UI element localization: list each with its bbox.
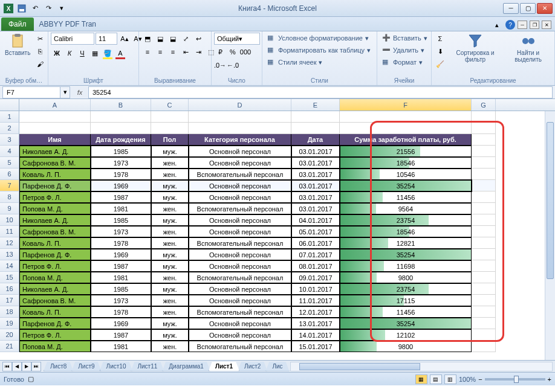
font-name-combo[interactable] [51, 33, 94, 45]
name-box-dropdown-icon[interactable]: ▾ [60, 86, 70, 98]
sort-filter-button[interactable]: Сортировка и фильтр [447, 33, 503, 64]
qat-more-icon[interactable]: ▾ [56, 2, 68, 14]
name-box[interactable]: F7 [2, 86, 60, 98]
mdi-minimize-icon[interactable]: ─ [518, 21, 527, 29]
name-cell[interactable]: Попова М. Д. [19, 272, 91, 283]
cell[interactable] [472, 214, 496, 226]
data-cell[interactable]: Основной персонал [189, 226, 291, 237]
mdi-close-icon[interactable]: ✕ [542, 21, 551, 29]
data-cell[interactable]: Вспомогательный персонал [189, 272, 291, 283]
find-select-button[interactable]: Найти и выделить [504, 33, 552, 64]
align-center-icon[interactable]: ≡ [154, 46, 166, 58]
data-cell[interactable]: 1969 [91, 180, 151, 191]
sheet-nav-next-icon[interactable]: ▶ [22, 362, 31, 371]
row-header-3[interactable]: 3 [0, 134, 19, 146]
row-header-18[interactable]: 18 [0, 306, 19, 318]
data-cell[interactable]: 1978 [91, 306, 151, 318]
row-header-11[interactable]: 11 [0, 226, 19, 237]
data-cell[interactable]: муж. [151, 146, 189, 157]
data-cell[interactable]: Вспомогательный персонал [189, 341, 291, 352]
name-cell[interactable]: Попова М. Д. [19, 203, 91, 214]
salary-cell[interactable]: 18546 [340, 226, 472, 237]
bold-icon[interactable]: Ж [51, 47, 63, 59]
horizontal-scroll-thumb[interactable] [299, 363, 420, 370]
row-header-4[interactable]: 4 [0, 146, 19, 157]
cell-styles-button[interactable]: ▦Стили ячеек ▾ [265, 57, 325, 68]
row-header-10[interactable]: 10 [0, 214, 19, 226]
data-cell[interactable]: 1985 [91, 283, 151, 295]
cell[interactable] [151, 111, 189, 123]
salary-cell[interactable]: 9800 [340, 272, 472, 283]
name-cell[interactable]: Попова М. Д. [19, 341, 91, 352]
data-cell[interactable]: жен. [151, 157, 189, 169]
ribbon-minimize-icon[interactable]: ▴ [491, 19, 503, 31]
row-header-17[interactable]: 17 [0, 295, 19, 306]
data-cell[interactable]: Основной персонал [189, 214, 291, 226]
cell[interactable] [472, 306, 496, 318]
format-as-table-button[interactable]: ▦Форматировать как таблицу ▾ [265, 45, 373, 56]
row-header-8[interactable]: 8 [0, 191, 19, 203]
data-cell[interactable]: 11.01.2017 [291, 295, 340, 306]
cell[interactable] [472, 237, 496, 249]
cell[interactable] [291, 111, 340, 123]
data-cell[interactable]: 1985 [91, 214, 151, 226]
data-cell[interactable]: 1981 [91, 341, 151, 352]
cell[interactable] [91, 111, 151, 123]
salary-cell[interactable]: 9800 [340, 341, 472, 352]
data-cell[interactable]: 1978 [91, 237, 151, 249]
data-cell[interactable]: 14.01.2017 [291, 329, 340, 341]
sheet-nav-first-icon[interactable]: ⏮ [2, 362, 12, 371]
salary-cell[interactable]: 18546 [340, 157, 472, 169]
conditional-formatting-button[interactable]: ▦Условное форматирование ▾ [265, 33, 371, 43]
table-header-cell[interactable]: Категория персонала [189, 134, 291, 146]
row-header-12[interactable]: 12 [0, 237, 19, 249]
data-cell[interactable]: жен. [151, 295, 189, 306]
clear-icon[interactable]: 🧹 [434, 58, 446, 70]
salary-cell[interactable]: 35254 [340, 318, 472, 329]
formula-input[interactable] [88, 86, 553, 98]
salary-cell[interactable]: 11456 [340, 306, 472, 318]
vertical-scrollbar[interactable] [545, 111, 555, 360]
align-right-icon[interactable]: ≡ [167, 46, 179, 58]
cell[interactable] [189, 111, 291, 123]
row-header-15[interactable]: 15 [0, 272, 19, 283]
cell[interactable] [472, 191, 496, 203]
row-header-6[interactable]: 6 [0, 169, 19, 180]
salary-cell[interactable]: 11698 [340, 260, 472, 272]
column-header-C[interactable]: C [151, 99, 189, 111]
salary-cell[interactable]: 35254 [340, 180, 472, 191]
data-cell[interactable]: Основной персонал [189, 329, 291, 341]
data-cell[interactable]: 1981 [91, 272, 151, 283]
save-icon[interactable] [16, 2, 28, 14]
row-header-19[interactable]: 19 [0, 318, 19, 329]
cell[interactable] [472, 146, 496, 157]
cell[interactable] [472, 111, 496, 123]
increase-decimal-icon[interactable]: .0→ [214, 59, 226, 71]
data-cell[interactable]: 03.01.2017 [291, 191, 340, 203]
data-cell[interactable]: 1969 [91, 318, 151, 329]
format-painter-icon[interactable]: 🖌 [34, 58, 46, 70]
column-header-E[interactable]: E [291, 99, 340, 111]
name-cell[interactable]: Николаев А. Д. [19, 214, 91, 226]
cell[interactable] [340, 111, 472, 123]
table-header-cell[interactable]: Пол [151, 134, 189, 146]
cell[interactable] [472, 123, 496, 134]
data-cell[interactable]: жен. [151, 272, 189, 283]
data-cell[interactable]: 12.01.2017 [291, 306, 340, 318]
page-layout-view-icon[interactable]: ▤ [430, 374, 442, 384]
cut-icon[interactable]: ✂ [34, 33, 46, 45]
data-cell[interactable]: муж. [151, 329, 189, 341]
name-cell[interactable]: Коваль Л. П. [19, 237, 91, 249]
data-cell[interactable]: 03.01.2017 [291, 203, 340, 214]
macro-record-icon[interactable]: ▢ [28, 375, 34, 383]
data-cell[interactable]: Основной персонал [189, 283, 291, 295]
fill-icon[interactable]: ⬇ [434, 45, 446, 57]
cell[interactable] [472, 272, 496, 283]
cell[interactable] [472, 283, 496, 295]
data-cell[interactable]: 09.01.2017 [291, 272, 340, 283]
data-cell[interactable]: муж. [151, 283, 189, 295]
data-cell[interactable]: Вспомогательный персонал [189, 169, 291, 180]
number-format-combo[interactable]: Общий ▾ [214, 33, 260, 45]
sheet-tab[interactable]: Лист11 [131, 362, 164, 371]
copy-icon[interactable]: ⎘ [34, 45, 46, 57]
